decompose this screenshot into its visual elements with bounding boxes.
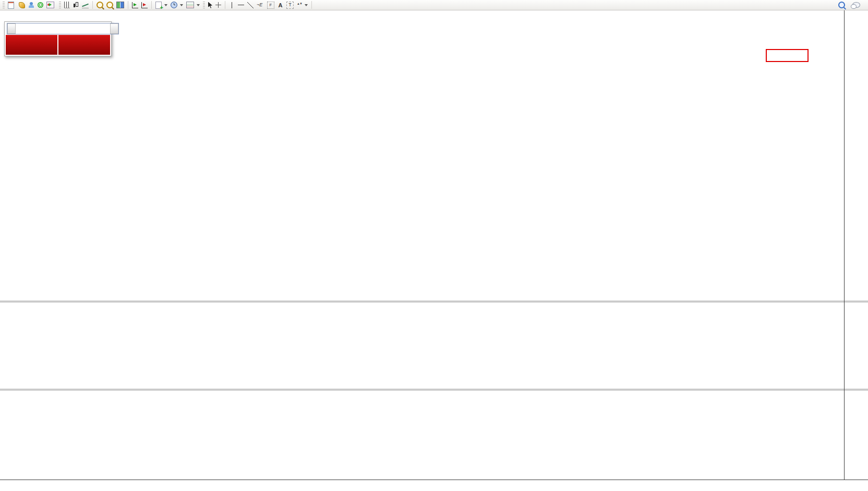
chat-button[interactable]: [851, 1, 862, 9]
arrows-icon: [297, 2, 302, 8]
crosshair-icon: [215, 2, 221, 8]
mt4-window: [0, 0, 868, 491]
zoom-out-icon: [106, 2, 113, 8]
toolbar-grip[interactable]: [203, 2, 205, 9]
text-button[interactable]: [276, 1, 285, 9]
tile-windows-button[interactable]: [115, 1, 126, 9]
line-chart-button[interactable]: [80, 1, 90, 9]
equidistant-channel-button[interactable]: [255, 1, 266, 9]
sell-price[interactable]: [6, 35, 58, 55]
candlestick-icon: [73, 2, 79, 8]
fibonacci-icon: [267, 2, 274, 9]
buy-price[interactable]: [58, 35, 110, 55]
horizontal-line-button[interactable]: [236, 1, 246, 9]
line-chart-icon: [82, 2, 89, 8]
price-callout-label[interactable]: [766, 49, 809, 62]
cursor-icon: [208, 2, 212, 8]
text-icon: [278, 2, 283, 8]
person-icon: [28, 2, 34, 8]
bar-chart-icon: [64, 2, 70, 8]
zoom-out-button[interactable]: [105, 1, 115, 9]
one-click-trading-panel: [4, 21, 112, 56]
toolbar-grip[interactable]: [3, 2, 5, 9]
auto-scroll-icon: [132, 2, 138, 8]
pane-separator[interactable]: [0, 389, 868, 390]
crosshair-button[interactable]: [214, 1, 223, 9]
new-order-button[interactable]: [6, 1, 17, 9]
broadcast-icon: [38, 2, 43, 8]
clock-icon: [171, 2, 177, 8]
trendline-button[interactable]: [246, 1, 255, 9]
chart-shift-button[interactable]: [140, 1, 149, 9]
bar-chart-button[interactable]: [63, 1, 71, 9]
chevron-down-icon: [180, 4, 183, 8]
auto-scroll-button[interactable]: [130, 1, 140, 9]
volume-increase-button[interactable]: [110, 23, 118, 34]
chevron-down-icon: [164, 4, 167, 8]
chart-plot[interactable]: [0, 0, 868, 491]
volume-decrease-button[interactable]: [7, 23, 16, 34]
chart-shift-icon: [141, 2, 148, 8]
vertical-line-icon: [232, 2, 232, 8]
trendline-icon: [247, 2, 254, 8]
alerts-button[interactable]: [17, 1, 27, 9]
fibonacci-button[interactable]: [266, 1, 276, 9]
elliott-wave-icon: [257, 2, 264, 8]
template-icon: [186, 2, 194, 8]
cursor-button[interactable]: [207, 1, 214, 9]
time-axis-line: [0, 480, 868, 480]
text-label-button[interactable]: [285, 1, 295, 9]
pane-separator[interactable]: [0, 301, 868, 302]
templates-button[interactable]: [185, 1, 201, 9]
price-axis-line: [844, 10, 845, 480]
zoom-in-icon: [97, 2, 103, 8]
chevron-down-icon: [305, 4, 308, 8]
text-label-icon: [286, 2, 294, 9]
auto-trading-button[interactable]: [45, 1, 57, 9]
search-icon: [838, 2, 845, 8]
tile-windows-icon: [116, 2, 124, 8]
indicators-icon: [155, 2, 162, 9]
indicators-button[interactable]: [154, 1, 169, 9]
signals-button[interactable]: [36, 1, 45, 9]
new-order-icon: [8, 2, 14, 9]
main-toolbar: [0, 0, 868, 10]
zoom-in-button[interactable]: [95, 1, 105, 9]
horizontal-line-icon: [238, 5, 244, 5]
search-button[interactable]: [837, 1, 847, 9]
community-button[interactable]: [27, 1, 36, 9]
periods-button[interactable]: [169, 1, 185, 9]
vertical-line-button[interactable]: [227, 1, 236, 9]
auto-trading-icon: [46, 2, 54, 8]
horn-icon: [19, 2, 25, 8]
chat-icon: [852, 2, 860, 8]
candlestick-chart-button[interactable]: [71, 1, 80, 9]
arrows-button[interactable]: [295, 1, 309, 9]
chevron-down-icon: [197, 4, 200, 8]
toolbar-grip[interactable]: [59, 2, 61, 9]
volume-input[interactable]: [16, 23, 110, 34]
